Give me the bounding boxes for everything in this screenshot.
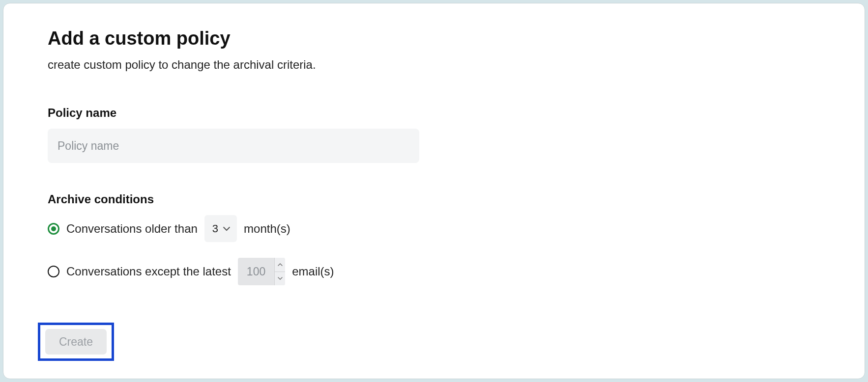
add-policy-panel: Add a custom policy create custom policy… <box>3 3 865 379</box>
stepper-buttons <box>274 258 285 285</box>
page-subtitle: create custom policy to change the archi… <box>48 58 820 72</box>
stepper-up-button[interactable] <box>275 258 285 272</box>
policy-name-input[interactable] <box>48 129 419 163</box>
chevron-up-icon <box>278 263 283 266</box>
chevron-down-icon <box>278 277 283 280</box>
condition-latest-label-pre: Conversations except the latest <box>66 265 231 278</box>
condition-older-label-pre: Conversations older than <box>66 222 198 236</box>
page-title: Add a custom policy <box>48 28 820 49</box>
emails-count-value: 100 <box>238 258 274 285</box>
archive-conditions-group: Conversations older than 3 month(s) Conv… <box>48 215 820 285</box>
radio-except-latest[interactable] <box>48 266 59 277</box>
chevron-down-icon <box>223 225 230 232</box>
emails-count-stepper[interactable]: 100 <box>238 258 285 285</box>
months-select-value: 3 <box>212 222 218 235</box>
radio-older-than[interactable] <box>48 223 59 235</box>
condition-latest-row: Conversations except the latest 100 <box>48 258 820 285</box>
radio-dot-icon <box>51 226 56 231</box>
create-button[interactable]: Create <box>45 329 107 355</box>
condition-latest-label-post: email(s) <box>292 265 334 278</box>
stepper-down-button[interactable] <box>275 272 285 286</box>
create-button-highlight: Create <box>38 323 114 361</box>
policy-name-label: Policy name <box>48 106 820 120</box>
archive-conditions-label: Archive conditions <box>48 192 820 206</box>
condition-older-row: Conversations older than 3 month(s) <box>48 215 820 242</box>
condition-older-label-post: month(s) <box>244 222 290 236</box>
months-select[interactable]: 3 <box>204 215 237 242</box>
